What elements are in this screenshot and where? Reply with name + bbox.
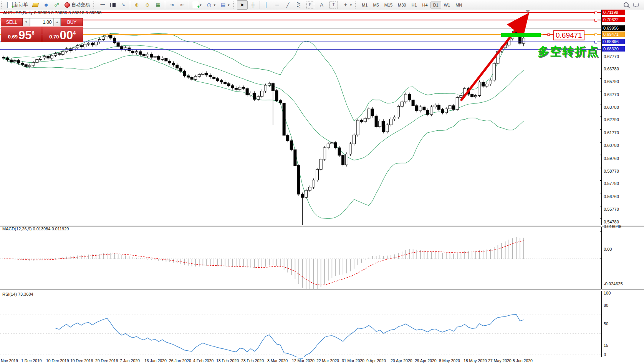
x-axis-label: 3 Mar 2020 <box>267 358 288 363</box>
buy-price-sup: 4 <box>73 30 76 36</box>
chart-shift-button[interactable]: ⇤ <box>177 0 188 10</box>
buy-price-display[interactable]: 0.70 00 4 <box>42 27 83 42</box>
contacts-button[interactable]: ☻ <box>41 0 51 10</box>
sell-button[interactable]: SELL <box>1 18 23 26</box>
new-order-button[interactable]: 新订单 <box>5 0 30 10</box>
clock-icon: ◷ <box>206 2 212 8</box>
chart-shift-marker[interactable] <box>525 10 530 13</box>
x-axis-label: 9 Apr 2020 <box>366 358 386 363</box>
x-axis-label: 10 Dec 2019 <box>46 358 69 363</box>
y-axis-tick: 0.63780 <box>604 105 619 110</box>
chart-area[interactable] <box>0 10 644 363</box>
autoscroll-icon: ⇥ <box>169 2 175 8</box>
zoom-in-button[interactable]: ⊕ <box>131 0 142 10</box>
line-chart-button[interactable]: ∿ <box>118 0 129 10</box>
timeframe-h1[interactable]: H1 <box>409 2 420 8</box>
line-handle[interactable] <box>594 33 597 36</box>
x-axis-label: 18 May 2020 <box>464 358 487 363</box>
level-line-0.69471[interactable] <box>0 34 601 35</box>
shapes-icon: ✦ <box>343 2 349 8</box>
chart-title: AUDUSD,Daily 0.69399 0.70630 0.69318 0.6… <box>3 10 101 15</box>
vline-button[interactable]: │ <box>261 0 272 10</box>
one-click-trading-widget: SELL ▼ 1.00 ▲ BUY 0.69 95 6 0.70 00 4 <box>1 18 83 42</box>
sell-price-small: 0.69 <box>8 34 18 40</box>
crosshair-button[interactable]: ┼ <box>248 0 258 10</box>
rsi-label: RSI(14) 73.3604 <box>2 292 33 296</box>
price-callout[interactable]: 0.69471 <box>553 30 584 40</box>
level-line-0.68320[interactable] <box>0 49 601 50</box>
cursor-button[interactable]: ➤ <box>237 0 248 10</box>
timeframe-m30[interactable]: M30 <box>395 2 409 8</box>
tile-windows-button[interactable]: ▦ <box>153 0 164 10</box>
chat-button[interactable] <box>631 0 641 10</box>
bar-chart-button[interactable]: 𝍠 <box>97 0 108 10</box>
buy-price-small: 0.70 <box>49 34 59 40</box>
timeframe-w1[interactable]: W1 <box>441 2 453 8</box>
equidistant-button[interactable]: F <box>304 0 316 10</box>
rsi-axis-label: 15 <box>604 343 608 348</box>
x-axis-label: 19 Dec 2019 <box>70 358 93 363</box>
zoom-out-button[interactable]: ⊖ <box>142 0 153 10</box>
timeframe-mn[interactable]: MN <box>453 2 465 8</box>
chart-canvas <box>0 10 644 363</box>
level-line-0.70622[interactable] <box>0 20 601 20</box>
panel-separator[interactable] <box>0 225 644 227</box>
profiles-button[interactable]: ◷▾ <box>204 0 218 10</box>
panel-separator[interactable] <box>0 289 644 291</box>
line-handle[interactable] <box>594 41 597 43</box>
signals-button[interactable]: ☍ <box>51 0 62 10</box>
line-handle[interactable] <box>594 12 597 14</box>
x-axis-label: 22 Mar 2020 <box>316 358 339 363</box>
x-axis-label: 7 Jan 2020 <box>120 358 140 363</box>
arrows-button[interactable]: ✦▾ <box>340 0 354 10</box>
x-axis-label: 16 Jan 2020 <box>144 358 167 363</box>
indicators-button[interactable]: ▤▾ <box>218 0 232 10</box>
timeframe-m5[interactable]: M5 <box>370 2 381 8</box>
buy-button[interactable]: BUY <box>61 18 83 26</box>
bar-chart-icon: 𝍠 <box>99 2 106 8</box>
timeframe-m1[interactable]: M1 <box>359 2 370 8</box>
mt4-window: 新订单 ☻ ☍ 自动交易 𝍠 ∿ ⊕ ⊖ ▦ ⇥ ⇤ ▾ ◷▾ ▤▾ ➤ ┼ │… <box>0 0 644 363</box>
x-axis-label: 12 Mar 2020 <box>292 358 315 363</box>
level-line-0.68896[interactable] <box>0 42 601 42</box>
history-center-button[interactable] <box>30 0 41 10</box>
fibonacci-icon: ⋛ <box>296 2 302 8</box>
text-button[interactable]: A <box>316 0 327 10</box>
rsi-axis-label: 100 <box>604 291 611 295</box>
zoom-out-icon: ⊖ <box>144 2 151 8</box>
volume-input[interactable]: 1.00 <box>30 18 54 26</box>
trendline-button[interactable]: ╱ <box>283 0 293 10</box>
chat-icon <box>633 3 639 7</box>
autotrading-button[interactable]: 自动交易 <box>62 0 92 10</box>
timeframe-d1[interactable]: D1 <box>430 2 441 8</box>
sell-price-display[interactable]: 0.69 95 6 <box>1 27 42 42</box>
autotrading-icon <box>65 2 70 8</box>
x-axis-label: 26 Jan 2020 <box>169 358 191 363</box>
toolbar-grip <box>93 2 96 8</box>
zoom-in-icon: ⊕ <box>134 2 140 8</box>
x-axis-label: 4 Feb 2020 <box>193 358 214 363</box>
candlestick-button[interactable] <box>108 0 118 10</box>
toolbar-grip <box>233 2 236 8</box>
label-button[interactable]: T <box>327 0 340 10</box>
timeframe-h4[interactable]: H4 <box>420 2 430 8</box>
level-line-0.69956[interactable] <box>0 28 601 29</box>
y-axis-tick: 0.56760 <box>604 194 619 199</box>
volume-increase-button[interactable]: ▲ <box>54 18 61 26</box>
new-chart-button[interactable]: ▾ <box>190 0 204 10</box>
autotrading-label: 自动交易 <box>71 2 90 8</box>
y-axis-tick: 0.66780 <box>604 67 619 71</box>
x-axis-label: Nov 2019 <box>1 358 18 363</box>
volume-decrease-button[interactable]: ▼ <box>23 18 30 26</box>
line-handle[interactable] <box>594 19 597 22</box>
line-chart-icon: ∿ <box>120 2 126 8</box>
fibonacci-button[interactable]: ⋛ <box>293 0 304 10</box>
trendline-icon: ╱ <box>285 2 291 8</box>
macd-label: MACD(12,26,9) 0.013984 0.011929 <box>2 226 69 231</box>
hline-button[interactable]: ─ <box>272 0 283 10</box>
search-button[interactable] <box>621 0 631 10</box>
timeframe-m15[interactable]: M15 <box>382 2 395 8</box>
autoscroll-button[interactable]: ⇥ <box>166 0 177 10</box>
y-axis-tick: 0.64770 <box>604 92 619 97</box>
annotation-text[interactable]: 多空转折点 <box>538 44 599 60</box>
